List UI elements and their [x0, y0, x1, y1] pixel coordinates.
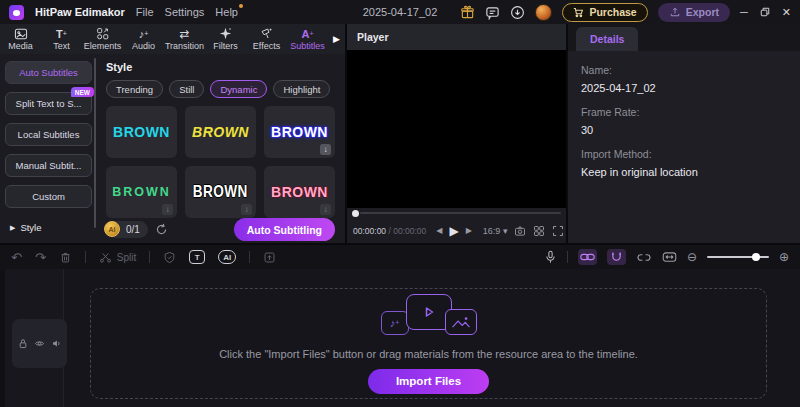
menu-file[interactable]: File	[136, 6, 154, 18]
style-tile-1[interactable]: BROWN	[106, 106, 177, 158]
filter-still[interactable]: Still	[169, 80, 204, 98]
zoom-slider-knob[interactable]	[752, 253, 760, 261]
shield-icon[interactable]	[163, 251, 176, 264]
zoom-in-icon[interactable]: ⊕	[779, 251, 789, 263]
menu-settings[interactable]: Settings	[165, 6, 205, 18]
timeline-toolbar: ↶ ↷ Split T AI	[0, 245, 800, 269]
tab-audio[interactable]: ♪+ Audio	[123, 24, 164, 54]
download-icon[interactable]	[510, 5, 525, 20]
aspect-ratio-dropdown[interactable]: 16:9 ▾	[483, 226, 508, 236]
tab-details[interactable]: Details	[576, 27, 638, 51]
redo-icon[interactable]: ↷	[35, 251, 46, 264]
refresh-icon[interactable]	[155, 223, 168, 236]
snapshot-icon[interactable]	[514, 225, 526, 237]
tab-bar-expand-arrow[interactable]: ▶	[328, 24, 345, 54]
purchase-button[interactable]: Purchase	[562, 3, 647, 22]
cart-icon	[573, 7, 584, 18]
tab-transition[interactable]: ⇄ Transition	[164, 24, 205, 54]
add-text-tool[interactable]: T	[189, 250, 205, 264]
tab-elements[interactable]: Elements	[82, 24, 123, 54]
download-tile-icon[interactable]: ↓	[241, 204, 252, 215]
new-badge: NEW	[71, 87, 94, 97]
gift-icon[interactable]	[460, 5, 475, 20]
timeline-zoom-slider[interactable]	[707, 252, 769, 262]
style-tile-3[interactable]: BROWN↓	[264, 106, 335, 158]
import-files-button[interactable]: Import Files	[368, 369, 489, 394]
style-tile-5[interactable]: BROWN↓	[185, 166, 256, 218]
tab-effects[interactable]: Effects	[246, 24, 287, 54]
scissors-icon	[99, 251, 112, 264]
sidebar-item-custom[interactable]: Custom	[5, 185, 92, 208]
auto-subtitling-button[interactable]: Auto Subtitling	[234, 218, 335, 241]
split-button[interactable]: Split	[99, 251, 136, 264]
track-header-column	[5, 269, 64, 407]
play-button[interactable]: ▶	[449, 224, 458, 238]
track-lock-icon[interactable]	[18, 338, 28, 349]
timeline-area: ♪+ Click the "Import Files" button or dr…	[0, 269, 800, 407]
details-body: Name: 2025-04-17_02 Frame Rate: 30 Impor…	[568, 51, 800, 191]
subtitle-sidebar: Auto Subtitles Split Text to S... NEW Lo…	[0, 54, 96, 243]
track-visibility-icon[interactable]	[34, 338, 45, 349]
sidebar-item-auto-subtitles[interactable]: Auto Subtitles	[5, 61, 92, 84]
style-tile-6[interactable]: BROWN↓	[264, 166, 335, 218]
filter-highlight[interactable]: Highlight	[273, 80, 330, 98]
link-clips-toggle[interactable]	[578, 249, 597, 265]
minimize-button[interactable]: ─	[740, 7, 748, 18]
track-mute-icon[interactable]	[51, 338, 62, 349]
previous-frame-button[interactable]: ◀	[436, 226, 442, 235]
tab-media[interactable]: Media	[0, 24, 41, 54]
ai-tool[interactable]: AI	[218, 250, 236, 264]
feedback-icon[interactable]	[485, 5, 500, 20]
style-panel-title: Style	[106, 61, 335, 73]
undo-icon[interactable]: ↶	[11, 251, 22, 264]
resource-panel: Media T+ Text Elements ♪+ Audio ⇄ Transi…	[0, 24, 345, 243]
multi-view-icon[interactable]	[533, 225, 545, 237]
export-clip-icon[interactable]	[263, 251, 276, 264]
timeline-drop-zone[interactable]: ♪+ Click the "Import Files" button or dr…	[90, 288, 767, 399]
filter-dynamic[interactable]: Dynamic	[210, 80, 267, 98]
details-tabstrip: Details	[568, 24, 800, 51]
fit-timeline-icon[interactable]	[662, 251, 677, 263]
zoom-slider-track	[707, 256, 769, 258]
tab-text[interactable]: T+ Text	[41, 24, 82, 54]
microphone-icon[interactable]	[544, 250, 557, 264]
app-window: HitPaw Edimakor File Settings Help 2025-…	[0, 0, 800, 407]
progress-track[interactable]	[360, 212, 561, 214]
delete-icon[interactable]	[59, 251, 72, 264]
playhead-knob[interactable]	[352, 210, 359, 217]
download-tile-icon[interactable]: ↓	[320, 204, 331, 215]
user-avatar[interactable]	[535, 4, 552, 21]
player-panel: Player 00:00:00 / 00:00:00 ◀ ▶ ▶ 16:9 ▾	[347, 24, 566, 243]
sidebar-scrollbar[interactable]	[94, 58, 96, 228]
style-tile-4[interactable]: BROWN↓	[106, 166, 177, 218]
style-panel: Style Trending Still Dynamic Highlight B…	[96, 54, 345, 243]
restore-button[interactable]	[759, 6, 771, 18]
toolbar-divider	[249, 251, 250, 263]
close-button[interactable]: ✕	[782, 7, 791, 18]
effects-icon	[260, 27, 273, 40]
toolbar-divider	[567, 251, 568, 263]
download-tile-icon[interactable]: ↓	[320, 144, 331, 155]
zoom-out-icon[interactable]: ⊖	[687, 251, 697, 263]
tab-subtitles[interactable]: A+ Subtitles	[287, 24, 328, 54]
elements-icon	[96, 27, 109, 40]
filter-trending[interactable]: Trending	[106, 80, 163, 98]
next-frame-button[interactable]: ▶	[466, 226, 472, 235]
filters-icon	[219, 27, 232, 40]
export-icon	[669, 6, 681, 18]
menu-help[interactable]: Help	[215, 6, 238, 18]
sidebar-item-manual-subtitles[interactable]: Manual Subtit...	[5, 154, 92, 177]
player-header: Player	[347, 24, 566, 50]
unlink-clips-icon[interactable]	[636, 252, 652, 263]
download-tile-icon[interactable]: ↓	[162, 204, 173, 215]
style-tile-2[interactable]: BROWN	[185, 106, 256, 158]
export-button[interactable]: Export	[658, 3, 730, 22]
sidebar-item-split-text[interactable]: Split Text to S... NEW	[5, 92, 92, 115]
fullscreen-icon[interactable]	[552, 225, 564, 237]
tab-filters[interactable]: Filters	[205, 24, 246, 54]
sidebar-item-style[interactable]: ▶ Style	[5, 216, 92, 239]
media-icon	[14, 27, 28, 40]
snap-magnet-toggle[interactable]	[607, 249, 626, 265]
sidebar-item-local-subtitles[interactable]: Local Subtitles	[5, 123, 92, 146]
field-import-method: Import Method: Keep in original location	[581, 148, 787, 178]
